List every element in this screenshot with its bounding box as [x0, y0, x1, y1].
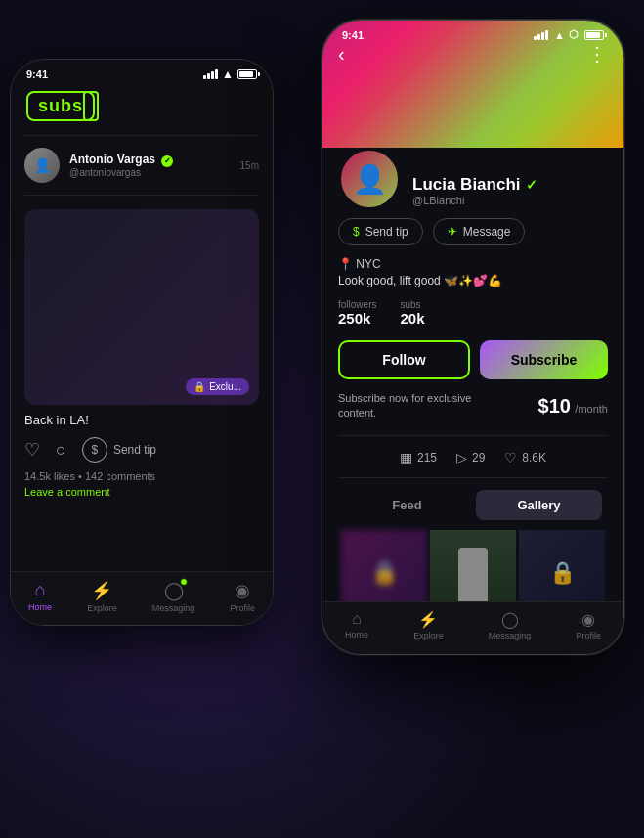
subs-stat: subs 20k	[400, 299, 424, 327]
post-actions: ♡ ○ $ Send tip	[24, 431, 259, 468]
bottom-nav-front: ⌂ Home ⚡ Explore ◯ Messaging ◉ Profile	[322, 601, 623, 654]
nav-messaging-front[interactable]: ◯ Messaging	[489, 610, 532, 640]
profile-actions-row: $ Send tip ✈ Message	[338, 218, 608, 245]
profile-info-section: 👤 Lucia Bianchi ✓ @LBianchi $ Send ti	[322, 148, 623, 654]
back-button[interactable]: ‹	[338, 43, 345, 66]
messaging-icon-front: ◯	[501, 610, 519, 629]
likes-stat: ♡ 8.6K	[504, 450, 546, 465]
explore-icon-back: ⚡	[91, 580, 112, 601]
message-icon: ✈	[448, 225, 457, 239]
profile-handle: @LBianchi	[412, 195, 537, 206]
followers-stat: followers 250k	[338, 299, 376, 327]
messaging-badge-back: ◯	[164, 580, 184, 601]
profile-tabs: Feed Gallery	[338, 490, 608, 520]
tip-icon-front: $	[353, 225, 360, 239]
content-stats-row: ▦ 215 ▷ 29 ♡ 8.6K	[338, 450, 608, 478]
cta-buttons: Follow Subscribe	[338, 340, 608, 379]
nav-profile-back[interactable]: ◉ Profile	[230, 580, 255, 613]
verified-badge-back: ✓	[161, 155, 173, 167]
profile-header-nav: ‹ ⋮	[322, 42, 623, 66]
leave-comment[interactable]: Leave a comment	[24, 484, 259, 500]
more-button[interactable]: ⋮	[587, 42, 608, 66]
time-back: 9:41	[26, 68, 48, 80]
profile-name: Lucia Bianchi ✓	[412, 175, 537, 195]
price-display: $10 /month	[538, 395, 608, 418]
tab-gallery[interactable]: Gallery	[476, 490, 602, 520]
nav-explore-back[interactable]: ⚡ Explore	[87, 580, 117, 613]
exclusive-badge: 🔒 Exclu...	[186, 378, 249, 395]
post-stats: 14.5k likes • 142 comments	[24, 468, 259, 484]
logo-area: subs	[11, 85, 273, 131]
home-icon-front: ⌂	[352, 610, 362, 628]
user-avatar-back: 👤	[24, 148, 60, 183]
bottom-nav-back: ⌂ Home ⚡ Explore ◯ Messaging ◉ Profile	[11, 571, 273, 625]
divider-mid	[24, 195, 259, 196]
nav-home-back[interactable]: ⌂ Home	[28, 580, 52, 613]
divider-top	[24, 135, 259, 136]
location-line: 📍 NYC	[338, 257, 608, 271]
status-icons-front: ▲ ⬡	[534, 28, 604, 41]
send-tip-icon-back: $	[82, 437, 107, 463]
profile-avatar-row: 👤 Lucia Bianchi ✓ @LBianchi	[338, 148, 608, 210]
status-bar-back: 9:41 ▲	[11, 60, 273, 85]
images-stat: ▦ 215	[400, 450, 437, 465]
lock-icon-1: 🔒	[371, 560, 398, 586]
subscribe-info: Subscribe now for exclusive content. $10…	[338, 391, 608, 436]
notif-handle: @antoniovargas	[69, 167, 231, 178]
subscribe-text: Subscribe now for exclusive content.	[338, 391, 475, 421]
notif-text: Antonio Vargas ✓ @antoniovargas	[69, 153, 231, 178]
nav-profile-front[interactable]: ◉ Profile	[576, 610, 601, 640]
message-button[interactable]: ✈ Message	[433, 218, 526, 245]
image-icon: ▦	[400, 450, 412, 465]
profile-icon-front: ◉	[581, 610, 595, 629]
send-tip-button-back[interactable]: $ Send tip	[82, 437, 156, 463]
comment-icon[interactable]: ○	[56, 440, 66, 461]
subs-logo: subs	[26, 91, 95, 121]
status-icons-back: ▲	[203, 67, 257, 81]
profile-bio: 📍 NYC Look good, lift good 🦋✨💕💪	[338, 257, 608, 287]
post-image: 🔒 Exclu...	[24, 209, 259, 405]
explore-icon-front: ⚡	[418, 610, 438, 629]
videos-stat: ▷ 29	[456, 450, 485, 465]
phone-front: 9:41 ▲ ⬡	[322, 20, 624, 655]
phone-front-screen: 9:41 ▲ ⬡	[322, 21, 623, 654]
nav-explore-front[interactable]: ⚡ Explore	[413, 610, 444, 640]
notif-name: Antonio Vargas ✓	[69, 153, 231, 167]
phone-back: 9:41 ▲ subs	[10, 59, 274, 626]
time-front: 9:41	[342, 29, 364, 41]
notif-time: 15m	[240, 160, 259, 171]
nav-home-front[interactable]: ⌂ Home	[345, 610, 368, 640]
bio-line: Look good, lift good 🦋✨💕💪	[338, 274, 608, 287]
badge-dot	[180, 578, 188, 586]
post-content-area: 🔒 Exclu... Back in LA! ♡ ○ $ Send tip 14…	[11, 199, 273, 506]
profile-stats: followers 250k subs 20k	[338, 299, 608, 327]
lock-icon-3: 🔒	[549, 560, 576, 586]
follow-button[interactable]: Follow	[338, 340, 470, 379]
heart-icon: ♡	[504, 450, 517, 465]
like-icon[interactable]: ♡	[24, 439, 40, 461]
tab-feed[interactable]: Feed	[344, 490, 470, 520]
phone-back-screen: 9:41 ▲ subs	[11, 60, 273, 625]
profile-avatar: 👤	[338, 148, 401, 210]
nav-messaging-back[interactable]: ◯ Messaging	[152, 580, 195, 613]
send-tip-button-front[interactable]: $ Send tip	[338, 218, 423, 245]
verified-icon-front: ✓	[526, 177, 537, 193]
notification-item[interactable]: 👤 Antonio Vargas ✓ @antoniovargas 15m	[11, 140, 273, 191]
profile-name-col: Lucia Bianchi ✓ @LBianchi	[412, 175, 537, 210]
post-caption: Back in LA!	[24, 405, 259, 431]
home-icon-back: ⌂	[35, 580, 46, 600]
video-icon: ▷	[456, 450, 467, 465]
subscribe-button[interactable]: Subscribe	[480, 340, 608, 379]
profile-icon-back: ◉	[235, 580, 250, 601]
